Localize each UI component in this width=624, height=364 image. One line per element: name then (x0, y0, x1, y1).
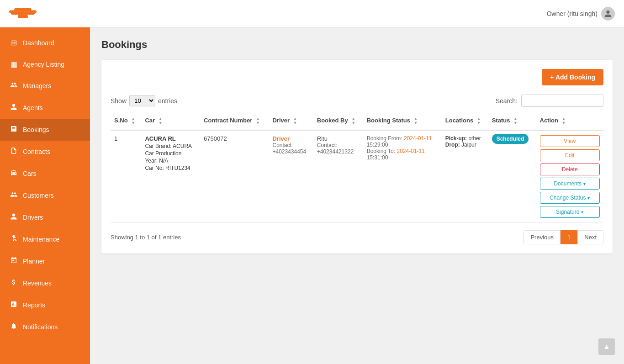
sort-driver[interactable]: ▲▼ (293, 117, 297, 125)
sidebar-label-bookings: Bookings (23, 126, 49, 133)
status-badge: Scheduled (492, 134, 529, 144)
user-label: Owner (ritu singh) (547, 10, 598, 17)
sort-contract[interactable]: ▲▼ (256, 117, 260, 125)
sidebar-item-reports[interactable]: Reports (0, 294, 90, 316)
previous-button[interactable]: Previous (524, 230, 561, 244)
car-brand: Car Brand: ACURA (145, 143, 196, 149)
table-header: S.No ▲▼ Car ▲▼ Contract Number ▲▼ Driv (111, 112, 603, 130)
pagination-info: Showing 1 to 1 of 1 entries (111, 234, 181, 241)
cell-booked-by: Ritu Contact: +40234421322 (313, 130, 363, 223)
sidebar-item-maintenance[interactable]: Maintenance (0, 228, 90, 250)
signature-dropdown-arrow: ▾ (581, 210, 583, 215)
sidebar-label-dashboard: Dashboard (23, 39, 54, 47)
sidebar-item-planner[interactable]: Planner (0, 250, 90, 272)
documents-button[interactable]: Documents ▾ (540, 178, 600, 190)
add-booking-button[interactable]: + Add Booking (542, 69, 603, 85)
car-name: ACURA RL (145, 135, 196, 142)
sidebar-label-notifications: Notifications (23, 323, 58, 331)
cell-action: View Edit Delete Documents ▾ Change Stat… (536, 130, 604, 223)
sidebar-label-agency-listing: Agency Listing (23, 61, 64, 68)
sidebar-item-dashboard[interactable]: ⊞ Dashboard (0, 32, 90, 53)
driver-contact: Contact: +4023434454 (272, 142, 309, 155)
pagination-row: Showing 1 to 1 of 1 entries Previous 1 N… (111, 230, 603, 244)
bookings-table: S.No ▲▼ Car ▲▼ Contract Number ▲▼ Driv (111, 112, 603, 223)
col-sno: S.No ▲▼ (111, 112, 141, 130)
driver-name: Driver (272, 135, 309, 142)
booked-by-contact: Contact: +40234421322 (317, 142, 360, 155)
cars-icon (9, 169, 18, 178)
table-body: 1 ACURA RL Car Brand: ACURA Car Producti… (111, 130, 603, 223)
car-production: Car Production (145, 150, 196, 157)
top-header: Owner (ritu singh) (0, 0, 624, 27)
change-status-button[interactable]: Change Status ▾ (540, 192, 600, 204)
sidebar-label-managers: Managers (23, 82, 51, 90)
table-row: 1 ACURA RL Car Brand: ACURA Car Producti… (111, 130, 603, 223)
bookings-card: + Add Booking Show 10 25 50 100 entries … (101, 60, 613, 253)
view-button[interactable]: View (540, 135, 600, 147)
managers-icon (9, 81, 18, 90)
agency-listing-icon: ▦ (9, 60, 18, 69)
cell-locations: Pick-up: other Drop: Jaipur (442, 130, 488, 223)
show-entries: Show 10 25 50 100 entries (111, 95, 177, 106)
sort-car[interactable]: ▲▼ (159, 117, 163, 125)
cell-contract-number: 6750072 (200, 130, 269, 223)
bookings-icon (9, 125, 18, 134)
user-avatar (601, 7, 615, 21)
svg-rect-2 (18, 15, 28, 18)
search-input[interactable] (521, 95, 603, 107)
search-label: Search: (496, 97, 518, 105)
col-status: Status ▲▼ (488, 112, 536, 130)
sort-booking-status[interactable]: ▲▼ (414, 117, 418, 125)
change-status-dropdown-arrow: ▾ (587, 195, 590, 200)
svg-rect-4 (30, 10, 37, 13)
booked-by-name: Ritu (317, 135, 360, 142)
sort-action[interactable]: ▲▼ (562, 117, 566, 125)
booking-from-time: 15:29:00 (367, 142, 438, 148)
sidebar-label-maintenance: Maintenance (23, 236, 59, 243)
main-layout: ⊞ Dashboard ▦ Agency Listing Managers Ag… (0, 27, 624, 364)
sidebar-item-drivers[interactable]: Drivers (0, 206, 90, 228)
next-button[interactable]: Next (577, 230, 603, 244)
sidebar-item-contracts[interactable]: Contracts (0, 141, 90, 163)
contracts-icon (9, 147, 18, 156)
show-label: Show (111, 97, 127, 105)
sidebar-item-customers[interactable]: Customers (0, 185, 90, 206)
sidebar-item-cars[interactable]: Cars (0, 163, 90, 185)
action-buttons: View Edit Delete Documents ▾ Change Stat… (540, 135, 600, 218)
entries-select[interactable]: 10 25 50 100 (129, 95, 155, 106)
sidebar-label-reports: Reports (23, 301, 45, 309)
scroll-top-button[interactable]: ▲ (598, 338, 615, 355)
cell-driver: Driver Contact: +4023434454 (269, 130, 313, 223)
sidebar-item-managers[interactable]: Managers (0, 75, 90, 97)
sidebar-item-notifications[interactable]: Notifications (0, 316, 90, 338)
sidebar-label-customers: Customers (23, 192, 54, 199)
cell-status: Scheduled (488, 130, 536, 223)
col-booked-by: Booked By ▲▼ (313, 112, 363, 130)
sort-locations[interactable]: ▲▼ (477, 117, 481, 125)
sidebar-item-agency-listing[interactable]: ▦ Agency Listing (0, 53, 90, 75)
sidebar: ⊞ Dashboard ▦ Agency Listing Managers Ag… (0, 27, 90, 364)
logo-icon (9, 5, 37, 23)
booking-to: Booking To: 2024-01-11 (367, 148, 438, 154)
sort-booked-by[interactable]: ▲▼ (351, 117, 355, 125)
sidebar-item-revenues[interactable]: Revenues (0, 272, 90, 294)
col-driver: Driver ▲▼ (269, 112, 313, 130)
signature-button[interactable]: Signature ▾ (540, 206, 600, 218)
edit-button[interactable]: Edit (540, 149, 600, 161)
card-toolbar: + Add Booking (111, 69, 603, 85)
sort-status[interactable]: ▲▼ (513, 117, 518, 125)
delete-button[interactable]: Delete (540, 164, 600, 175)
reports-icon (9, 301, 18, 310)
cell-sno: 1 (111, 130, 141, 223)
planner-icon (9, 257, 18, 266)
col-contract-number: Contract Number ▲▼ (200, 112, 269, 130)
table-controls: Show 10 25 50 100 entries Search: (111, 95, 603, 107)
svg-rect-3 (9, 10, 16, 13)
sort-sno[interactable]: ▲▼ (131, 117, 135, 125)
sidebar-label-agents: Agents (23, 104, 43, 111)
notifications-icon (9, 322, 18, 332)
sidebar-item-agents[interactable]: Agents (0, 97, 90, 119)
sidebar-label-revenues: Revenues (23, 280, 52, 287)
page-1-button[interactable]: 1 (561, 230, 577, 244)
sidebar-item-bookings[interactable]: Bookings (0, 119, 90, 141)
